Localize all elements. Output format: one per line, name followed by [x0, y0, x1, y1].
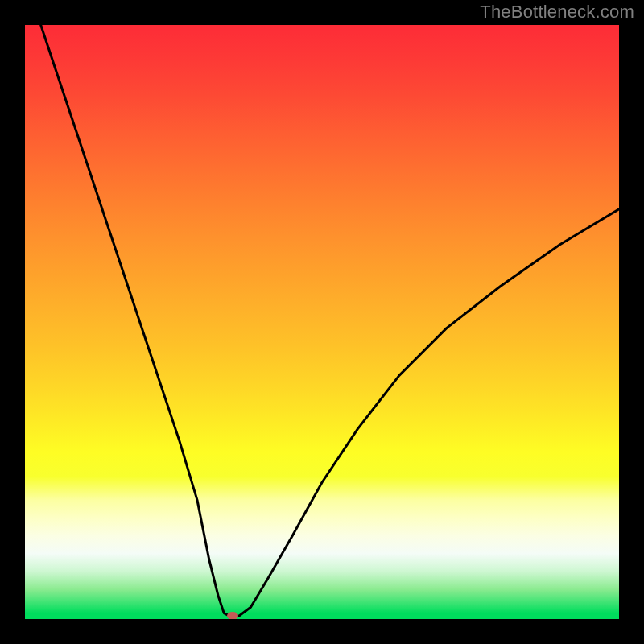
bottleneck-curve	[25, 25, 619, 619]
optimal-point-marker	[227, 612, 238, 619]
attribution-text: TheBottleneck.com	[480, 2, 634, 23]
plot-area	[25, 25, 619, 619]
curve-path	[25, 25, 619, 616]
chart-container: TheBottleneck.com	[0, 0, 644, 644]
